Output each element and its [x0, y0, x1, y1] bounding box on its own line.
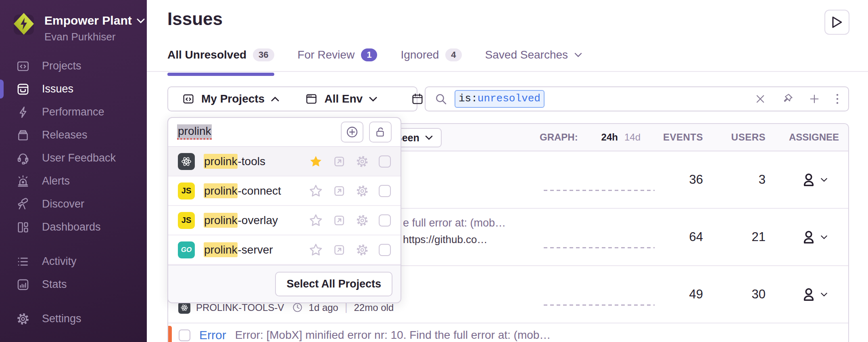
sidebar-item-performance[interactable]: Performance [0, 101, 147, 124]
sidebar-nav: Projects Issues Performance Releases Use… [0, 55, 147, 330]
open-in-new-icon[interactable] [333, 243, 346, 256]
issue-age: 22mo old [354, 302, 394, 313]
clear-search-icon[interactable] [755, 93, 766, 105]
tab-for-review[interactable]: For Review 1 [298, 48, 378, 64]
issue-checkbox[interactable] [179, 329, 190, 341]
page-title: Issues [167, 9, 223, 29]
issue-search-bar[interactable]: is:unresolved [425, 86, 849, 111]
chevron-down-icon [574, 52, 582, 57]
tab-label: Saved Searches [485, 48, 568, 61]
sidebar-item-stats[interactable]: Stats [0, 273, 147, 296]
kebab-menu-icon[interactable] [835, 93, 839, 105]
sidebar-item-label: Alerts [42, 175, 70, 187]
lock-toggle-button[interactable] [369, 122, 392, 143]
sidebar-item-alerts[interactable]: Alerts [0, 170, 147, 193]
search-token-is-unresolved[interactable]: is:unresolved [455, 90, 545, 108]
sidebar-item-projects[interactable]: Projects [0, 55, 147, 78]
projects-icon [16, 59, 30, 73]
sidebar-item-discover[interactable]: Discover [0, 193, 147, 216]
project-option-prolink-tools[interactable]: prolink-tools [168, 147, 401, 176]
add-icon[interactable] [809, 93, 820, 105]
open-in-new-icon[interactable] [333, 185, 346, 197]
org-header[interactable]: Empower Plant Evan Purkhiser [0, 0, 147, 43]
gear-icon[interactable] [355, 243, 369, 257]
assignee-user-icon [801, 286, 817, 302]
star-filled-icon[interactable] [309, 154, 323, 169]
org-name[interactable]: Empower Plant [44, 14, 132, 27]
issue-row-partial[interactable]: Error Error: [MobX] minified error nr: 1… [168, 323, 848, 342]
open-in-new-icon[interactable] [333, 214, 346, 227]
pin-icon[interactable] [781, 93, 793, 105]
issue-title-fragment[interactable]: e full error at: (mob… [403, 217, 506, 229]
stats-icon [16, 278, 30, 292]
project-option-prolink-overlay[interactable]: JS prolink-overlay [168, 206, 401, 235]
users-count: 21 [721, 230, 784, 244]
sidebar-item-dashboards[interactable]: Dashboards [0, 216, 147, 239]
star-outline-icon[interactable] [309, 184, 323, 198]
issue-short-id[interactable]: PROLINK-TOOLS-V [196, 302, 284, 313]
events-count: 64 [661, 230, 721, 244]
search-bar-actions [755, 93, 839, 105]
graph-14d-toggle[interactable]: 14d [624, 132, 641, 143]
events-count: 49 [661, 287, 721, 302]
graph-24h-toggle[interactable]: 24h [601, 132, 618, 143]
gear-icon[interactable] [355, 214, 369, 227]
chevron-down-icon [821, 235, 827, 239]
open-in-new-icon[interactable] [333, 155, 346, 168]
project-checkbox[interactable] [379, 155, 391, 168]
assignee-column-header: ASSIGNEE [784, 132, 848, 143]
issue-row-text: e full error at: (mob… https://github.co… [403, 217, 506, 246]
sidebar-item-settings[interactable]: Settings [0, 307, 147, 330]
match-highlight: prolink [204, 183, 238, 198]
project-filter-button[interactable]: My Projects [178, 92, 283, 105]
assignee-user-icon [801, 172, 817, 188]
nav-gap [0, 296, 147, 307]
play-button[interactable] [824, 10, 849, 35]
sidebar-item-issues[interactable]: Issues [0, 78, 147, 101]
issue-type-link[interactable]: Error [199, 328, 226, 342]
project-checkbox[interactable] [379, 244, 391, 256]
search-token-key: is: [459, 92, 478, 105]
sidebar-item-user-feedback[interactable]: User Feedback [0, 147, 147, 170]
calendar-icon [411, 92, 424, 105]
page-filter-group: My Projects All Env 14D [167, 86, 417, 111]
search-token-value: unresolved [478, 92, 540, 105]
sidebar-item-releases[interactable]: Releases [0, 124, 147, 147]
project-option-prolink-server[interactable]: GO prolink-server [168, 235, 401, 265]
select-all-projects-button[interactable]: Select All Projects [275, 272, 392, 296]
add-project-button[interactable] [341, 122, 363, 143]
sidebar-item-activity[interactable]: Activity [0, 250, 147, 273]
environment-filter-button[interactable]: All Env [301, 92, 381, 105]
assignee-selector[interactable] [784, 172, 848, 188]
sparkline-flat [544, 304, 655, 306]
tab-ignored[interactable]: Ignored 4 [401, 48, 461, 64]
assignee-selector[interactable] [784, 286, 848, 302]
assignee-user-icon [801, 229, 817, 245]
error-level-bar [168, 326, 172, 342]
project-name: prolink-tools [204, 155, 265, 168]
sidebar-item-label: Projects [42, 60, 81, 72]
chevron-down-icon [821, 292, 827, 297]
user-feedback-icon [16, 151, 30, 165]
sidebar-item-label: Settings [42, 313, 81, 325]
tab-saved-searches[interactable]: Saved Searches [485, 48, 582, 64]
match-highlight: prolink [204, 213, 238, 228]
project-search-row: prolink [168, 118, 401, 147]
issue-message: Error: [MobX] minified error nr: 10. Fin… [235, 329, 551, 342]
events-column-header: EVENTS [661, 132, 721, 143]
assignee-selector[interactable] [784, 229, 848, 245]
star-outline-icon[interactable] [309, 243, 323, 257]
tab-label: Ignored [401, 48, 439, 61]
star-outline-icon[interactable] [309, 213, 323, 228]
tab-all-unresolved[interactable]: All Unresolved 36 [167, 48, 274, 64]
graph-column-header: GRAPH: 24h 14d [540, 132, 661, 143]
gear-icon[interactable] [355, 155, 369, 168]
project-checkbox[interactable] [379, 185, 391, 197]
project-checkbox[interactable] [379, 214, 391, 227]
project-option-prolink-connect[interactable]: JS prolink-connect [168, 176, 401, 206]
projects-icon [182, 92, 195, 105]
environment-filter-label: All Env [324, 92, 363, 105]
gear-icon[interactable] [355, 184, 369, 198]
project-search-input[interactable]: prolink [177, 124, 212, 140]
project-name: prolink-server [204, 243, 273, 256]
